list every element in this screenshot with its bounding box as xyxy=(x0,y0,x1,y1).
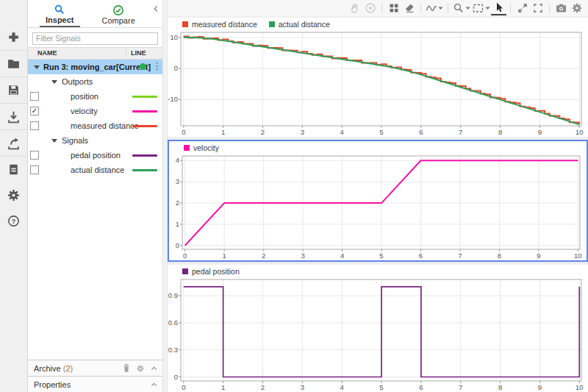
row-label: measured distance xyxy=(28,121,139,130)
signal-checkbox-position[interactable] xyxy=(30,92,39,101)
tab-inspect[interactable]: Inspect xyxy=(40,0,80,27)
fit-to-view-button[interactable] xyxy=(471,1,491,15)
filter-signals-input[interactable] xyxy=(32,32,158,45)
x-tick-label: 10 xyxy=(576,128,584,136)
maximize-button[interactable] xyxy=(514,1,530,15)
properties-bar[interactable]: Properties xyxy=(28,376,162,392)
signal-row-actual-distance[interactable]: actual distance xyxy=(28,163,162,177)
legend-swatch-pedal-position xyxy=(182,268,188,274)
x-tick-label: 0 xyxy=(183,252,187,260)
fullscreen-button[interactable] xyxy=(530,1,545,15)
pan-tool-button[interactable] xyxy=(347,1,362,15)
chevron-up-icon xyxy=(150,365,158,372)
signal-row-position[interactable]: position xyxy=(28,89,162,104)
delete-archive-button[interactable] xyxy=(122,363,131,373)
properties-collapse-button[interactable] xyxy=(150,381,158,388)
document-icon xyxy=(7,163,21,177)
legend-label-velocity[interactable]: velocity xyxy=(193,143,219,152)
pedal-position-subplot[interactable]: pedal position 0123456789100.90.60.30 xyxy=(168,265,588,392)
signal-checkbox-pedal-position[interactable] xyxy=(30,151,39,160)
cursor-arrow-icon xyxy=(493,1,505,13)
pedal-plot-area[interactable]: 0123456789100.90.60.30 xyxy=(168,277,588,392)
archive-settings-button[interactable] xyxy=(136,364,145,373)
import-icon xyxy=(7,110,21,124)
help-button[interactable]: ? xyxy=(0,208,27,234)
svg-text:?: ? xyxy=(12,217,16,225)
export-button[interactable] xyxy=(0,130,27,157)
archive-collapse-button[interactable] xyxy=(150,365,158,372)
x-tick-label: 8 xyxy=(498,252,501,260)
x-tick-label: 1 xyxy=(221,383,225,391)
preferences-button[interactable] xyxy=(0,182,27,208)
x-tick-label: 1 xyxy=(223,252,226,260)
velocity-plot-area[interactable]: 01234567891043210 xyxy=(169,154,587,260)
save-button[interactable] xyxy=(0,77,27,104)
signal-checkbox-velocity[interactable]: ✓ xyxy=(30,107,39,115)
legend-label-measured-distance[interactable]: measured distance xyxy=(192,20,257,29)
archive-bar[interactable]: Archive (2) xyxy=(28,360,162,376)
x-tick-label: 5 xyxy=(379,128,383,136)
open-button[interactable] xyxy=(0,51,27,77)
x-tick-label: 1 xyxy=(221,128,225,136)
x-tick-label: 4 xyxy=(340,383,344,391)
subplot-layout-button[interactable] xyxy=(386,1,401,15)
y-tick-label: 2 xyxy=(176,199,179,207)
collapse-panel-button[interactable] xyxy=(151,3,160,16)
distance-subplot[interactable]: measured distance actual distance 012345… xyxy=(168,18,588,137)
toolbar-divider xyxy=(448,4,448,13)
camera-icon xyxy=(555,2,567,14)
row-label: actual distance xyxy=(28,165,124,174)
chevron-up-icon xyxy=(150,381,158,388)
x-tick-label: 2 xyxy=(261,383,265,391)
y-tick-label: 0.9 xyxy=(168,291,178,299)
x-tick-label: 0 xyxy=(182,383,185,391)
check-circle-icon xyxy=(112,4,124,16)
y-tick-label: 0.3 xyxy=(168,346,178,354)
archive-label: Archive xyxy=(34,364,61,373)
signal-checkbox-measured-distance[interactable] xyxy=(30,121,39,130)
signal-row-velocity[interactable]: ✓velocity xyxy=(28,104,162,118)
export-icon xyxy=(7,136,21,150)
clear-subplots-button[interactable] xyxy=(401,1,417,15)
pointer-tool-button[interactable] xyxy=(491,1,506,15)
group-row-signals[interactable]: Signals xyxy=(28,133,162,148)
chevron-down-icon xyxy=(465,7,470,10)
run-options-menu-icon[interactable]: ⋮ xyxy=(152,60,162,71)
signal-trace-options-button[interactable] xyxy=(425,1,444,15)
add-button[interactable] xyxy=(0,24,27,51)
caret-down-icon[interactable] xyxy=(51,80,57,84)
zoom-tool-button[interactable] xyxy=(452,1,471,15)
signal-line-swatch xyxy=(132,96,157,98)
signal-table-header: NAME LINE xyxy=(28,47,162,60)
x-tick-label: 0 xyxy=(182,128,185,136)
signal-checkbox-actual-distance[interactable] xyxy=(30,165,39,174)
panel-tabs: Inspect Compare xyxy=(28,0,162,28)
import-button[interactable] xyxy=(0,104,27,130)
play-circle-icon xyxy=(365,2,376,14)
legend-label-pedal-position[interactable]: pedal position xyxy=(192,267,240,276)
legend-label-actual-distance[interactable]: actual distance xyxy=(279,20,330,29)
column-header-name[interactable]: NAME xyxy=(28,49,126,57)
velocity-subplot-selected[interactable]: velocity 01234567891043210 xyxy=(168,140,588,262)
group-row-outports[interactable]: Outports xyxy=(28,74,162,89)
snapshot-button[interactable] xyxy=(553,1,569,15)
chevron-down-icon xyxy=(438,7,443,10)
x-tick-label: 2 xyxy=(262,252,265,260)
replay-button[interactable] xyxy=(362,1,378,15)
column-header-line[interactable]: LINE xyxy=(126,49,162,57)
toolbar-divider xyxy=(381,4,382,13)
distance-plot-area[interactable]: 012345678910100-10 xyxy=(168,30,588,137)
tab-compare[interactable]: Compare xyxy=(96,0,141,27)
toolbar-divider xyxy=(510,4,511,13)
save-icon xyxy=(7,83,21,97)
plot-settings-button[interactable] xyxy=(569,1,584,15)
signal-row-measured-distance[interactable]: measured distance xyxy=(28,118,162,133)
caret-down-icon[interactable] xyxy=(51,139,57,143)
caret-down-icon[interactable] xyxy=(34,65,40,69)
magnifier-icon xyxy=(453,2,465,14)
run-row-run-3-moving-car-current-[interactable]: Run 3: moving_car[Current]⋮ xyxy=(28,60,162,74)
signal-row-pedal-position[interactable]: pedal position xyxy=(28,148,162,163)
create-report-button[interactable] xyxy=(0,157,27,182)
velocity-legend: velocity xyxy=(169,141,587,154)
y-tick-label: 1 xyxy=(176,220,179,228)
